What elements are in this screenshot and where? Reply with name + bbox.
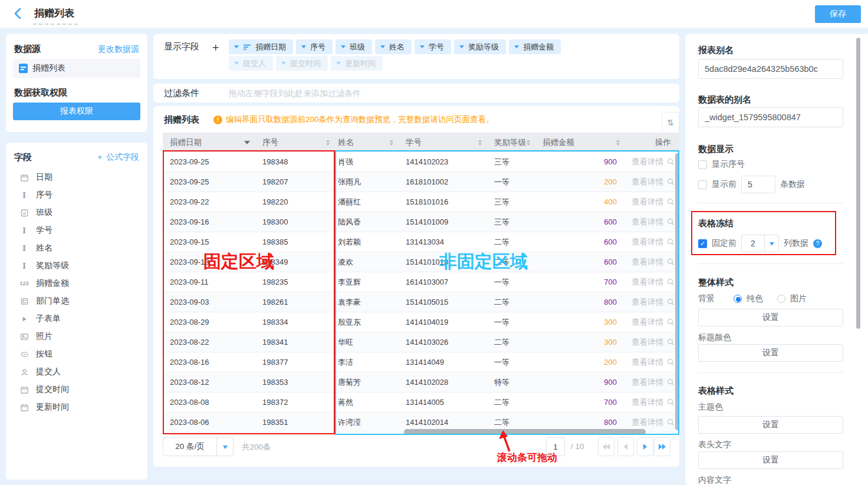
magnifier-icon[interactable]	[667, 278, 675, 286]
magnifier-icon[interactable]	[667, 238, 675, 246]
magnifier-icon[interactable]	[667, 418, 675, 426]
magnifier-icon[interactable]	[667, 198, 675, 206]
display-field-chip[interactable]: 捐赠金额	[509, 39, 561, 54]
display-field-chip[interactable]: 更新时间	[331, 56, 383, 71]
divider	[698, 263, 843, 264]
filter-dropzone[interactable]: 拖动左侧字段到此处来添加过滤条件	[229, 88, 361, 99]
show-first-count-input[interactable]	[741, 176, 775, 193]
cell-name: 陆风香	[335, 212, 399, 232]
change-datasource-link[interactable]: 更改数据源	[98, 44, 139, 55]
sidebar-field-item[interactable]: I学号	[13, 222, 143, 239]
sidebar-field-item[interactable]: 提交时间	[13, 381, 143, 398]
sidebar-field-item[interactable]: 照片	[13, 328, 143, 345]
sort-toggle-button[interactable]: ⇅	[662, 112, 679, 133]
next-page-button[interactable]	[637, 437, 653, 456]
help-icon[interactable]: ?	[813, 239, 822, 248]
view-details-link[interactable]: 查看详情	[632, 272, 663, 292]
image-radio[interactable]	[777, 295, 785, 303]
magnifier-icon[interactable]	[667, 338, 675, 346]
view-details-link[interactable]: 查看详情	[632, 312, 663, 332]
chip-label: 捐赠金额	[523, 42, 554, 52]
datasource-item[interactable]: 捐赠列表	[13, 59, 140, 78]
magnifier-icon[interactable]	[667, 378, 675, 386]
sidebar-field-item[interactable]: 更新时间	[13, 398, 143, 416]
page-size-select[interactable]: 20 条/页	[163, 437, 234, 456]
theme-color-set-button[interactable]: 设置	[698, 416, 843, 434]
display-field-chip[interactable]: 提交时间	[276, 56, 328, 71]
panel-scrollbar[interactable]	[856, 38, 860, 329]
magnifier-icon[interactable]	[667, 178, 675, 186]
last-page-button[interactable]	[654, 437, 670, 456]
sidebar-field-item[interactable]: 日期	[13, 169, 143, 186]
sidebar-field-item[interactable]: 123捐赠金额	[13, 275, 143, 292]
column-header-6[interactable]: 捐赠金额	[535, 133, 625, 152]
sidebar-field-item[interactable]: 子表单	[13, 310, 143, 328]
column-header-3[interactable]: 姓名	[335, 133, 399, 152]
magnifier-icon[interactable]	[667, 258, 675, 266]
sidebar-field-item[interactable]: 按钮	[13, 345, 143, 363]
add-field-icon[interactable]: ＋	[210, 39, 221, 55]
sidebar-field-item[interactable]: I序号	[13, 186, 143, 204]
formula-field-link[interactable]: ＋公式字段	[96, 152, 139, 163]
prev-page-button[interactable]	[617, 437, 634, 456]
solid-color-radio[interactable]	[734, 295, 742, 303]
display-field-chip[interactable]: 提交人	[229, 56, 273, 71]
view-details-link[interactable]: 查看详情	[632, 252, 663, 272]
freeze-checkbox[interactable]: ✓	[698, 239, 707, 248]
display-field-chip[interactable]: 捐赠日期	[229, 39, 293, 54]
report-alias-input[interactable]	[698, 59, 843, 79]
background-set-button[interactable]: 设置	[698, 309, 843, 326]
view-details-link[interactable]: 查看详情	[632, 152, 663, 171]
column-header-5[interactable]: 奖励等级	[487, 133, 535, 152]
report-permission-button[interactable]: 报表权限	[13, 103, 140, 120]
magnifier-icon[interactable]	[667, 298, 675, 306]
freeze-count-select[interactable]: 2	[741, 235, 779, 252]
view-details-link[interactable]: 查看详情	[632, 212, 663, 232]
display-field-chip[interactable]: 奖励等级	[454, 39, 506, 54]
table-alias-input[interactable]	[698, 107, 843, 127]
first-page-button[interactable]	[598, 437, 614, 456]
magnifier-icon[interactable]	[667, 158, 675, 166]
table-title: 捐赠列表	[164, 114, 199, 126]
view-details-link[interactable]: 查看详情	[632, 352, 663, 372]
display-field-chip[interactable]: 班级	[336, 39, 372, 54]
sidebar-field-item[interactable]: 部门单选	[13, 292, 143, 310]
column-header-4[interactable]: 学号	[399, 133, 487, 152]
column-header-2[interactable]: 序号	[255, 133, 335, 152]
view-details-link[interactable]: 查看详情	[632, 232, 663, 252]
vertical-scrollbar[interactable]	[675, 153, 679, 430]
display-field-chip[interactable]: 序号	[296, 39, 333, 54]
sidebar-field-item[interactable]: I姓名	[13, 239, 143, 257]
header-text-set-button[interactable]: 设置	[698, 451, 843, 469]
view-details-link[interactable]: 查看详情	[632, 392, 663, 412]
magnifier-icon[interactable]	[667, 318, 675, 326]
show-serial-checkbox[interactable]	[698, 160, 707, 169]
field-label: 提交时间	[36, 384, 69, 395]
display-field-chip[interactable]: 姓名	[375, 39, 412, 54]
show-first-checkbox[interactable]	[698, 180, 707, 189]
page-title[interactable]: 捐赠列表	[33, 6, 78, 25]
table-row: 2023-09-15198385刘若颖131413034二等600查看详情	[163, 232, 679, 252]
view-details-link[interactable]: 查看详情	[632, 332, 663, 352]
column-header-1[interactable]: 捐赠日期	[163, 133, 255, 152]
cell-date: 2023-08-12	[163, 372, 255, 392]
save-button[interactable]: 保存	[815, 5, 861, 23]
back-icon[interactable]	[14, 8, 21, 22]
sidebar-field-item[interactable]: 提交人	[13, 363, 143, 381]
title-color-set-button[interactable]: 设置	[698, 344, 843, 362]
horizontal-scrollbar[interactable]	[404, 429, 646, 435]
sidebar-field-item[interactable]: 班级	[13, 204, 143, 222]
view-details-link[interactable]: 查看详情	[632, 172, 663, 192]
magnifier-icon[interactable]	[667, 358, 675, 366]
caret-down-icon	[390, 143, 393, 147]
cell-amount: 900	[535, 372, 625, 392]
name-text: 凌欢	[338, 252, 353, 272]
name-text: 唐菊芳	[338, 372, 361, 392]
magnifier-icon[interactable]	[667, 218, 675, 226]
display-field-chip[interactable]: 学号	[415, 39, 451, 54]
magnifier-icon[interactable]	[667, 398, 675, 406]
sidebar-field-item[interactable]: I奖励等级	[13, 257, 143, 275]
view-details-link[interactable]: 查看详情	[632, 372, 663, 392]
view-details-link[interactable]: 查看详情	[632, 192, 663, 212]
view-details-link[interactable]: 查看详情	[632, 292, 663, 312]
